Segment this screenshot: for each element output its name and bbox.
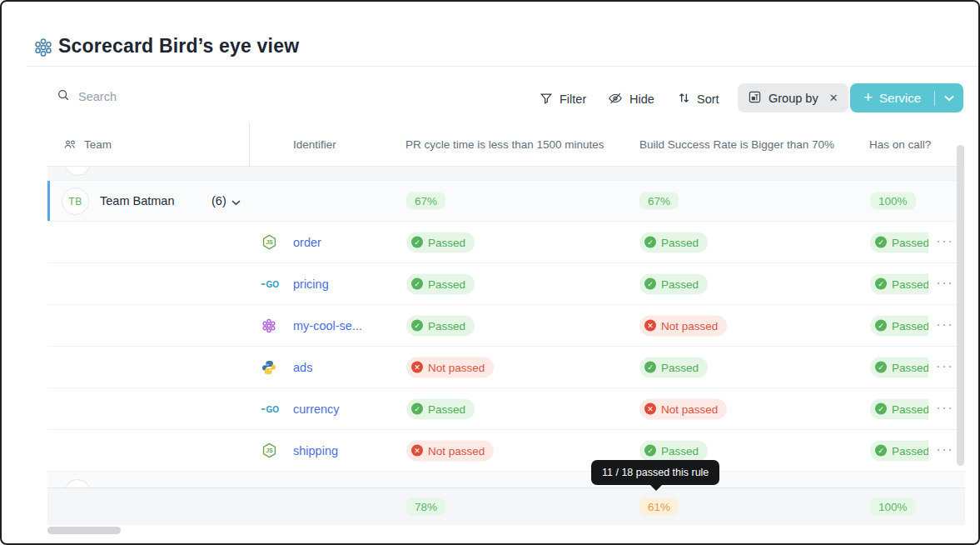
rule-cell: ✓Passed [870, 357, 928, 378]
vertical-scrollbar[interactable] [957, 145, 964, 466]
rule-cell: ✓Passed [870, 273, 928, 294]
search-icon [57, 88, 70, 105]
overall-summary-cell-1: 78% [406, 498, 445, 516]
team-avatar: TB [62, 188, 89, 215]
check-icon: ✓ [644, 278, 656, 290]
table-row[interactable]: ads ✕Not passed ✓Passed ✓Passed ··· [47, 347, 965, 388]
status-badge: ✓Passed [639, 273, 708, 294]
rule-cell: ✓Passed [639, 232, 708, 252]
nodejs-icon: JS [261, 234, 280, 251]
x-icon: ✕ [644, 320, 656, 332]
status-badge: ✓Passed [870, 232, 928, 252]
row-menu-icon[interactable]: ··· [936, 442, 953, 458]
scorecard-window: Scorecard Bird’s eye view Filter Hide So… [0, 0, 980, 545]
hide-button[interactable]: Hide [608, 88, 654, 111]
page-title: Scorecard Bird’s eye view [58, 35, 299, 58]
status-badge: ✓Passed [639, 232, 708, 252]
plus-icon: + [863, 89, 873, 105]
remove-group-by-icon[interactable]: ✕ [826, 92, 838, 104]
service-dropdown-button[interactable] [935, 95, 963, 102]
table-row[interactable]: GO currency ✓Passed ✕Not passed ✓Passed … [47, 388, 965, 430]
svg-text:JS: JS [266, 448, 273, 454]
column-header-rule-pr-cycle-time[interactable]: PR cycle time is less than 1500 minutes [405, 138, 604, 151]
status-badge: ✓Passed [639, 357, 708, 378]
rule-cell: ✓Passed [639, 440, 708, 461]
status-badge: ✓Passed [870, 273, 928, 294]
row-menu-icon[interactable]: ··· [936, 358, 953, 375]
group-row-team-batman[interactable]: TB Team Batman (6) 67% 67% 100% [47, 181, 965, 222]
sort-button[interactable]: Sort [678, 88, 719, 111]
service-link[interactable]: pricing [293, 278, 329, 291]
column-header-identifier[interactable]: Identifier [293, 138, 336, 151]
column-header-team[interactable]: Team [84, 138, 112, 151]
chevron-down-icon[interactable] [231, 194, 241, 209]
horizontal-scrollbar[interactable] [47, 527, 121, 534]
tooltip: 11 / 18 passed this rule [591, 460, 719, 485]
status-badge: ✕Not passed [639, 398, 727, 419]
service-link[interactable]: shipping [293, 444, 338, 458]
check-icon: ✓ [411, 403, 423, 415]
status-badge: ✕Not passed [406, 440, 494, 461]
table-row[interactable]: GO pricing ✓Passed ✓Passed ✓Passed ··· [47, 263, 965, 305]
rule-cell: ✓Passed [870, 440, 928, 461]
table-row[interactable]: JS order ✓Passed ✓Passed ✓Passed ··· [47, 222, 965, 263]
column-header-rule-build-success[interactable]: Build Success Rate is Bigger than 70% [639, 138, 834, 151]
percent-badge: 100% [870, 498, 916, 516]
search-box[interactable] [57, 88, 220, 105]
group-summary-cell-2: 67% [639, 192, 679, 210]
group-count: (6) [211, 194, 226, 208]
overall-summary-row: 78% 61% 100% [47, 488, 965, 525]
rule-cell: ✓Passed [406, 398, 475, 419]
rule-cell: ✓Passed [870, 315, 928, 336]
svg-text:GO: GO [266, 405, 280, 414]
group-by-icon [749, 91, 761, 106]
service-link[interactable]: ads [293, 361, 312, 374]
x-icon: ✕ [644, 403, 656, 415]
percent-badge: 100% [870, 192, 916, 210]
python-icon [261, 359, 280, 376]
service-link[interactable]: my-cool-se... [293, 319, 362, 332]
row-menu-icon[interactable]: ··· [936, 233, 953, 250]
rule-cell: ✓Passed [406, 315, 475, 336]
status-badge: ✓Passed [406, 232, 475, 252]
status-badge: ✓Passed [639, 440, 708, 461]
hide-label: Hide [629, 92, 654, 106]
group-name: Team Batman [100, 194, 174, 208]
avatar [64, 479, 91, 488]
row-menu-icon[interactable]: ··· [936, 400, 953, 417]
check-icon: ✓ [875, 445, 887, 457]
overall-summary-cell-2: 61% [639, 498, 679, 516]
rule-cell: ✓Passed [639, 273, 708, 294]
status-badge: ✕Not passed [406, 357, 494, 378]
check-icon: ✓ [644, 445, 656, 457]
check-icon: ✓ [644, 237, 656, 248]
sort-label: Sort [697, 92, 719, 106]
check-icon: ✓ [411, 320, 423, 332]
scorecard-cluster-icon [33, 38, 53, 58]
overall-summary-cell-3: 100% [870, 498, 916, 516]
nodejs-icon: JS [261, 442, 280, 459]
svg-text:GO: GO [266, 280, 280, 289]
add-service-main[interactable]: + Service [850, 91, 934, 105]
table-row[interactable]: my-cool-se... ✓Passed ✕Not passed ✓Passe… [47, 305, 965, 347]
column-header-rule-has-on-call[interactable]: Has on call? [869, 138, 931, 151]
status-badge: ✓Passed [870, 315, 928, 336]
avatar [64, 167, 91, 176]
rule-cell: ✓Passed [870, 398, 928, 419]
group-summary-cell-3: 100% [870, 192, 916, 210]
check-icon: ✓ [411, 278, 423, 290]
partial-row-previous-group [47, 167, 965, 181]
add-service-button[interactable]: + Service [850, 83, 963, 112]
x-icon: ✕ [411, 362, 423, 373]
group-by-chip[interactable]: Group by ✕ [738, 83, 848, 112]
filter-button[interactable]: Filter [540, 88, 586, 111]
row-menu-icon[interactable]: ··· [936, 275, 953, 292]
rule-cell: ✓Passed [406, 232, 475, 252]
table-row[interactable]: JS shipping ✕Not passed ✓Passed ✓Passed … [47, 430, 965, 472]
check-icon: ✓ [875, 278, 887, 290]
service-link[interactable]: currency [293, 402, 340, 416]
search-input[interactable] [78, 90, 220, 103]
percent-badge: 67% [639, 192, 679, 210]
row-menu-icon[interactable]: ··· [936, 317, 953, 333]
service-link[interactable]: order [293, 236, 321, 249]
